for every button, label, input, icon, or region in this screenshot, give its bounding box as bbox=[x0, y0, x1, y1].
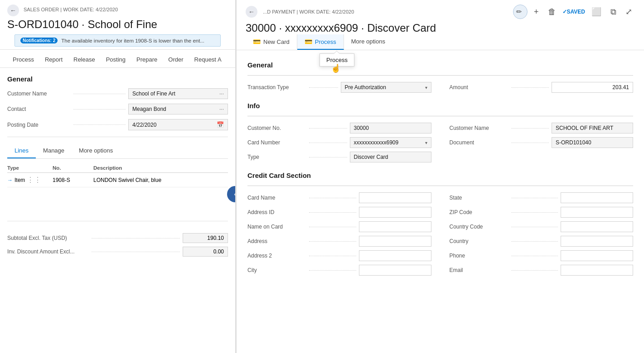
transaction-type-dots bbox=[309, 87, 338, 88]
nav-item-prepare[interactable]: Prepare bbox=[131, 52, 163, 67]
new-card-icon: 💳 bbox=[253, 38, 261, 45]
document-field: Document S-ORD101040 bbox=[450, 137, 634, 148]
document-label: Document bbox=[450, 139, 508, 146]
row-no-value: 1908-S bbox=[53, 177, 93, 183]
tab-lines[interactable]: Lines bbox=[7, 143, 36, 158]
right-back-button[interactable]: ← bbox=[246, 6, 257, 18]
card-number-dropdown[interactable]: xxxxxxxxxxxx6909 ▾ bbox=[350, 137, 431, 148]
address-id-label: Address ID bbox=[247, 209, 306, 215]
customer-no-value: 30000 bbox=[354, 125, 369, 131]
posting-date-dots bbox=[73, 124, 126, 125]
customer-name-dots bbox=[73, 94, 126, 94]
name-on-card-field: Name on Card bbox=[247, 221, 431, 232]
address-input[interactable] bbox=[359, 236, 431, 247]
left-nav: Process Report Release Posting Prepare O… bbox=[0, 50, 235, 68]
col-header-no: No. bbox=[53, 165, 93, 171]
contact-dots bbox=[73, 109, 126, 110]
card-name-dots bbox=[309, 198, 356, 198]
zip-code-input[interactable] bbox=[561, 207, 633, 218]
type-input[interactable]: Discover Card bbox=[350, 152, 431, 162]
country-code-dots bbox=[511, 227, 558, 227]
customer-name-ellipsis[interactable]: ··· bbox=[219, 91, 224, 97]
customer-name-input[interactable]: School of Fine Art ··· bbox=[128, 88, 228, 99]
left-title: S-ORD101040 · School of Fine bbox=[7, 18, 225, 31]
card-number-arrow-icon: ▾ bbox=[425, 140, 427, 145]
amount-input[interactable]: 203.41 bbox=[552, 82, 633, 93]
delete-button[interactable]: 🗑 bbox=[545, 5, 559, 19]
nav-item-request[interactable]: Request A bbox=[189, 52, 227, 67]
subtotal-dots bbox=[92, 238, 180, 239]
email-dots bbox=[511, 270, 558, 271]
state-field: State bbox=[450, 192, 634, 203]
process-tab-icon: 💳 bbox=[305, 38, 312, 45]
row-drag-handle[interactable]: ⋮⋮ bbox=[27, 176, 41, 184]
zip-code-dots bbox=[511, 212, 558, 213]
country-dots bbox=[511, 241, 558, 242]
row-arrow-icon: → bbox=[7, 177, 13, 183]
nav-item-report[interactable]: Report bbox=[39, 52, 68, 67]
city-input[interactable] bbox=[359, 265, 431, 276]
info-form: Customer No. 30000 Customer Name SCHOOL … bbox=[247, 123, 633, 162]
info-section-heading: Info bbox=[247, 102, 633, 110]
edit-button[interactable]: ✏ bbox=[513, 5, 528, 19]
customer-no-dots bbox=[309, 128, 347, 129]
left-panel: ← SALES ORDER | WORK DATE: 4/22/2020 S-O… bbox=[0, 0, 236, 353]
customer-no-input[interactable]: 30000 bbox=[350, 123, 431, 134]
left-back-button[interactable]: ← bbox=[7, 5, 19, 16]
document-value: S-ORD101040 bbox=[556, 139, 591, 146]
address2-dots bbox=[309, 256, 356, 256]
address2-input[interactable] bbox=[359, 250, 431, 261]
add-button[interactable]: + bbox=[531, 5, 542, 19]
credit-section-heading: Credit Card Section bbox=[247, 172, 633, 179]
type-field: Type Discover Card bbox=[247, 152, 431, 162]
tab-more-options[interactable]: More options bbox=[72, 143, 120, 158]
contact-ellipsis[interactable]: ··· bbox=[219, 106, 224, 112]
card-number-field: Card Number xxxxxxxxxxxx6909 ▾ bbox=[247, 137, 431, 148]
city-field: City bbox=[247, 265, 431, 276]
name-on-card-label: Name on Card bbox=[247, 224, 306, 230]
address-dots bbox=[309, 241, 356, 242]
posting-date-label: Posting Date bbox=[7, 122, 71, 128]
country-input[interactable] bbox=[561, 236, 633, 247]
tab-process[interactable]: 💳 Process bbox=[297, 34, 344, 50]
card-name-field: Card Name bbox=[247, 192, 431, 203]
general-section-heading: General bbox=[247, 61, 633, 69]
discount-value: 0.00 bbox=[183, 247, 228, 257]
tab-more-options[interactable]: More options bbox=[344, 34, 392, 50]
transaction-type-dropdown[interactable]: Pre Authorization ▾ bbox=[341, 82, 431, 93]
address-id-input[interactable] bbox=[359, 207, 431, 218]
nav-item-release[interactable]: Release bbox=[68, 52, 101, 67]
amount-value: 203.41 bbox=[612, 84, 629, 91]
customer-name-info-label: Customer Name bbox=[450, 125, 508, 131]
name-on-card-input[interactable] bbox=[359, 221, 431, 232]
tablet-view-button[interactable]: ⬜ bbox=[589, 5, 604, 19]
card-name-input[interactable] bbox=[359, 192, 431, 203]
window-button[interactable]: ⧉ bbox=[608, 5, 619, 19]
email-label: Email bbox=[450, 267, 508, 273]
contact-input[interactable]: Meagan Bond ··· bbox=[128, 104, 228, 114]
expand-button[interactable]: ⤢ bbox=[623, 5, 635, 19]
amount-dots bbox=[511, 87, 549, 88]
state-input[interactable] bbox=[561, 192, 633, 203]
calendar-icon[interactable]: 📅 bbox=[217, 121, 224, 128]
tab-new-card[interactable]: 💳 New Card bbox=[246, 34, 297, 50]
table-row[interactable]: → Item ⋮⋮ 1908-S LONDON Swivel Chair, bl… bbox=[7, 173, 228, 187]
email-input[interactable] bbox=[561, 265, 633, 276]
city-label: City bbox=[247, 267, 306, 273]
credit-form: Card Name State Address ID ZI bbox=[247, 192, 633, 276]
nav-item-process[interactable]: Process bbox=[7, 52, 39, 67]
right-header: ← ...D PAYMENT | WORK DATE: 4/22/2020 ✏ … bbox=[237, 0, 644, 50]
customer-name-info-field: Customer Name SCHOOL OF FINE ART bbox=[450, 123, 634, 134]
posting-date-input[interactable]: 4/22/2020 📅 bbox=[128, 119, 228, 130]
country-code-input[interactable] bbox=[561, 221, 633, 232]
left-header: ← SALES ORDER | WORK DATE: 4/22/2020 S-O… bbox=[0, 0, 235, 50]
tab-manage[interactable]: Manage bbox=[36, 143, 72, 158]
nav-item-posting[interactable]: Posting bbox=[101, 52, 131, 67]
col-header-type: Type bbox=[7, 165, 53, 171]
customer-name-info-input[interactable]: SCHOOL OF FINE ART bbox=[552, 123, 633, 134]
phone-input[interactable] bbox=[561, 250, 633, 261]
right-breadcrumb: ...D PAYMENT | WORK DATE: 4/22/2020 bbox=[263, 9, 354, 14]
left-breadcrumb: SALES ORDER | WORK DATE: 4/22/2020 bbox=[24, 7, 118, 12]
nav-item-order[interactable]: Order bbox=[163, 52, 189, 67]
document-input[interactable]: S-ORD101040 bbox=[552, 137, 633, 148]
